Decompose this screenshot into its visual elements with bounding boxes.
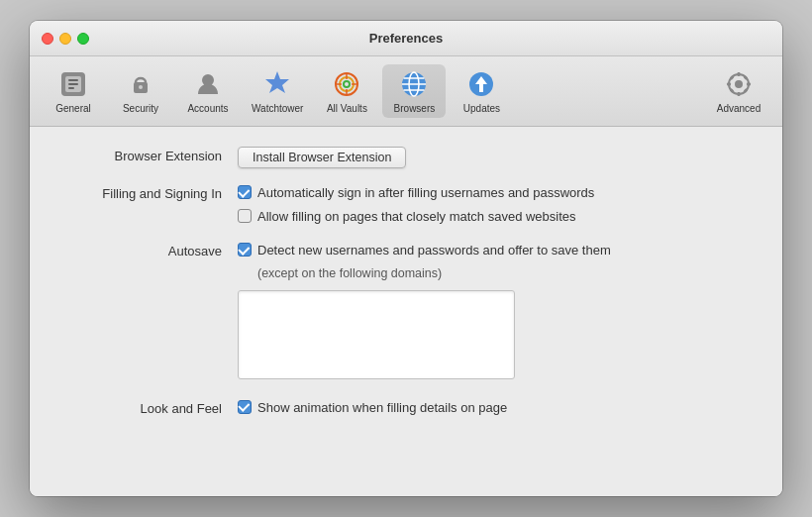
toolbar-items: General Security — [42, 64, 770, 118]
toolbar-item-browsers[interactable]: Browsers — [382, 64, 446, 118]
watchtower-icon — [261, 68, 293, 100]
animation-text: Show animation when filling details on p… — [257, 399, 507, 417]
toolbar-item-security[interactable]: Security — [109, 64, 172, 118]
preferences-window: Preferences General — [30, 21, 782, 496]
svg-point-11 — [340, 77, 354, 91]
allow-filling-row: Allow filling on pages that closely matc… — [238, 208, 753, 226]
except-text: (except on the following domains) — [257, 266, 753, 280]
toolbar-item-general[interactable]: General — [42, 64, 105, 118]
advanced-icon — [723, 68, 755, 100]
domains-textarea[interactable] — [238, 290, 515, 379]
filling-content: Automatically sign in after filling user… — [238, 184, 753, 226]
autosave-content: Detect new usernames and passwords and o… — [238, 242, 753, 382]
detect-checkbox-row: Detect new usernames and passwords and o… — [238, 242, 753, 259]
traffic-lights — [42, 33, 89, 45]
look-feel-label: Look and Feel — [59, 399, 238, 416]
svg-rect-29 — [747, 83, 751, 86]
autosave-label: Autosave — [59, 242, 238, 258]
allow-filling-text: Allow filling on pages that closely matc… — [257, 208, 576, 226]
browser-extension-label: Browser Extension — [59, 147, 238, 163]
browsers-icon — [398, 68, 430, 100]
minimize-button[interactable] — [59, 33, 71, 45]
install-browser-extension-button[interactable]: Install Browser Extension — [238, 147, 406, 168]
auto-signin-checkbox[interactable] — [238, 185, 252, 199]
updates-label: Updates — [463, 103, 500, 114]
toolbar-item-allvaults[interactable]: All Vaults — [315, 64, 378, 118]
allvaults-icon — [331, 68, 362, 100]
allvaults-label: All Vaults — [327, 103, 367, 114]
preferences-content: Browser Extension Install Browser Extens… — [30, 127, 782, 496]
browsers-label: Browsers — [394, 103, 436, 114]
domains-textarea-wrapper — [238, 290, 753, 383]
security-icon — [125, 68, 156, 100]
svg-rect-27 — [738, 92, 741, 96]
toolbar: General Security — [30, 56, 782, 127]
window-title: Preferences — [369, 31, 443, 46]
svg-rect-26 — [738, 72, 741, 76]
svg-point-7 — [139, 85, 143, 89]
look-feel-row: Look and Feel Show animation when fillin… — [59, 399, 753, 417]
svg-rect-3 — [68, 83, 78, 85]
maximize-button[interactable] — [77, 33, 89, 45]
updates-icon — [465, 68, 497, 100]
svg-point-25 — [735, 80, 743, 88]
toolbar-item-accounts[interactable]: Accounts — [176, 64, 240, 118]
general-label: General — [55, 103, 91, 114]
watchtower-label: Watchtower — [252, 103, 303, 114]
svg-rect-28 — [727, 83, 731, 86]
animation-checkbox[interactable] — [238, 400, 252, 414]
svg-rect-4 — [68, 87, 74, 89]
auto-signin-text: Automatically sign in after filling user… — [257, 184, 594, 202]
svg-rect-2 — [68, 79, 78, 81]
filling-label: Filling and Signing In — [59, 184, 238, 201]
allow-filling-checkbox[interactable] — [238, 209, 252, 223]
toolbar-item-advanced[interactable]: Advanced — [707, 64, 770, 118]
general-icon — [57, 68, 89, 100]
autosave-row: Autosave Detect new usernames and passwo… — [59, 242, 753, 382]
toolbar-item-updates[interactable]: Updates — [450, 64, 513, 118]
browser-extension-content: Install Browser Extension — [238, 147, 753, 168]
close-button[interactable] — [42, 33, 53, 45]
look-feel-content: Show animation when filling details on p… — [238, 399, 753, 417]
accounts-icon — [192, 68, 224, 100]
animation-row: Show animation when filling details on p… — [238, 399, 753, 417]
svg-marker-9 — [265, 71, 289, 93]
toolbar-item-watchtower[interactable]: Watchtower — [244, 64, 311, 118]
auto-signin-row: Automatically sign in after filling user… — [238, 184, 753, 202]
advanced-label: Advanced — [717, 103, 761, 114]
titlebar: Preferences — [30, 21, 782, 56]
accounts-label: Accounts — [187, 103, 228, 114]
svg-point-12 — [344, 81, 350, 87]
filling-row: Filling and Signing In Automatically sig… — [59, 184, 753, 226]
browser-extension-row: Browser Extension Install Browser Extens… — [59, 147, 753, 168]
detect-checkbox[interactable] — [238, 243, 252, 257]
security-label: Security — [123, 103, 158, 114]
detect-text: Detect new usernames and passwords and o… — [257, 242, 611, 259]
